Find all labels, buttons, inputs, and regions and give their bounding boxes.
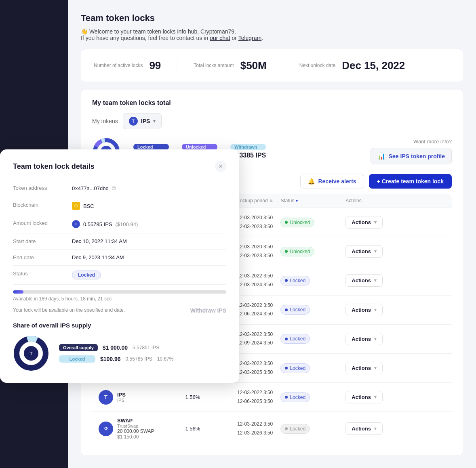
actions-button[interactable]: Actions ▾ [345,304,383,316]
progress-bar [13,290,226,294]
actions-button[interactable]: Actions ▾ [345,245,383,258]
status-cell: Locked [280,305,345,315]
token-dropdown[interactable]: T IPS ▾ [123,113,162,129]
telegram-link[interactable]: Telegram [238,35,262,41]
token-section-title: My team token locks total [92,99,452,107]
actions-chevron-icon: ▾ [374,395,377,400]
receive-alerts-button[interactable]: 🔔 Receive alerts [300,174,364,189]
close-button[interactable]: × [215,161,226,172]
status-dot [285,221,288,224]
token-cell-name: IPS [117,392,126,398]
create-lock-label: + Create team token lock [377,178,444,185]
withdraw-button[interactable]: Withdraw IPS [190,307,226,314]
lockup-cell: 12-03-2022 3:5012-09-2024 3:50 [237,330,280,348]
active-locks-stat: Number of active locks 99 [94,59,161,72]
status-dot [285,250,288,253]
actions-label: Actions [352,307,371,313]
token-cell-platform: IPS [117,398,126,403]
status-dot [285,338,288,340]
locked-supply-value: $100.96 [100,356,121,362]
actions-button[interactable]: Actions ▾ [345,391,383,403]
actions-chevron-icon: ▾ [374,336,377,342]
withdrawn-badge: Withdrawn [230,144,266,150]
total-amount-stat: Total locks amount $50M [194,59,266,72]
progress-bar-fill [13,290,23,294]
total-amount-label: Total locks amount [194,62,234,69]
detail-row-amount: Amount locked T 0.55785 IPS ($100.94) [13,215,226,233]
actions-label: Actions [352,277,371,283]
token-amount: 20 000.00 SWAP [117,428,154,434]
supply-chart-row: T Overall supply $1 000.00 5.57851 IPS L… [13,335,226,371]
status-cell: Locked [280,276,345,285]
stats-bar: Number of active locks 99 Total locks am… [81,49,463,82]
token-cell-icon: ⟳ [99,422,113,436]
page-title: Team token locks [81,13,463,23]
end-date-label: End date [13,254,65,260]
status-badge: Unlocked [280,218,314,227]
status-badge: Locked [72,271,101,279]
actions-cell: Actions ▾ [345,422,398,435]
actions-chevron-icon: ▾ [374,365,377,371]
actions-button[interactable]: Actions ▾ [345,216,383,229]
status-label: Status [13,271,65,277]
actions-button[interactable]: Actions ▾ [345,333,383,345]
actions-chevron-icon: ▾ [374,220,377,225]
locked-supply-tokens: 0.55785 IPS [126,356,152,362]
detail-panel: Team token lock details × Token address … [0,149,239,383]
detail-title: Team token lock details [13,162,95,171]
overall-supply-value: $1 000.00 [103,344,128,351]
lockup-cell: 12-03-2022 3:5012-06-2024 3:50 [237,301,280,319]
token-cell-info: SWAP TrustSwap 20 000.00 SWAP$1 150.00 [117,418,154,440]
token-cell-info: IPS IPS [117,392,126,403]
detail-row-start: Start date Dec 10, 2022 11:34 AM [13,233,226,250]
lockup-cell: 12-03-2020 3:5012-03-2023 3:50 [237,214,280,231]
status-cell: Locked [280,334,345,344]
actions-cell: Actions ▾ [345,304,398,316]
or-text: or [232,35,237,41]
status-cell: Locked [280,363,345,373]
actions-button[interactable]: Actions ▾ [345,362,383,374]
actions-button[interactable]: Actions ▾ [345,274,383,287]
copy-icon[interactable]: ⧉ [112,185,116,192]
bar-chart-icon: 📊 [377,152,385,160]
token-cell-name: SWAP [117,418,154,424]
lockup-cell: 12-03-2022 3:5012-03-2024 3:50 [237,272,280,289]
status-badge: Unlocked [280,247,314,256]
actions-label: Actions [352,248,371,254]
detail-header: Team token lock details × [13,161,226,172]
actions-cell: Actions ▾ [345,391,398,403]
see-profile-button[interactable]: 📊 See IPS token profile [371,148,452,164]
active-locks-label: Number of active locks [94,62,143,69]
supply-donut-chart: T [13,335,49,371]
stat-divider-2 [283,57,283,73]
lockup-cell: 12-03-2020 3:5012-03-2023 3:50 [237,243,280,260]
lockup-cell: 12-03-2022 3:5012-06-2025 3:50 [237,388,280,406]
actions-label: Actions [352,426,371,432]
actions-label: Actions [352,336,371,342]
supply-cell: 1.56% [185,394,238,400]
actions-cell: Actions ▾ [345,333,398,345]
stat-divider-1 [177,57,177,73]
withdraw-row: Your lock will be available on the speci… [13,303,226,314]
token-cell-icon: T [99,390,113,405]
actions-cell: Actions ▾ [345,216,398,229]
chat-link[interactable]: our chat [210,35,230,41]
token-usd: $1 150.00 [117,434,154,440]
address-label: Token address [13,185,65,191]
actions-cell: Actions ▾ [345,362,398,374]
status-cell: Locked [280,424,345,434]
actions-button[interactable]: Actions ▾ [345,422,383,435]
actions-label: Actions [352,394,371,400]
welcome-line2: If you have any questions, feel free to … [81,35,208,41]
create-lock-button[interactable]: + Create team token lock [369,174,452,189]
status-dot [285,279,288,282]
overall-supply-item: Overall supply $1 000.00 5.57851 IPS [59,344,173,351]
locked-supply-pct: 10.67% [157,356,174,362]
actions-cell: Actions ▾ [345,274,398,287]
blockchain-label: Blockchain [13,202,65,208]
receive-alerts-label: Receive alerts [318,178,356,185]
next-unlock-stat: Next unlock date Dec 15, 2022 [299,59,405,72]
actions-chevron-icon: ▾ [374,278,377,283]
table-row: ⟳ SWAP TrustSwap 20 000.00 SWAP$1 150.00… [92,412,452,445]
actions-chevron-icon: ▾ [374,249,377,254]
